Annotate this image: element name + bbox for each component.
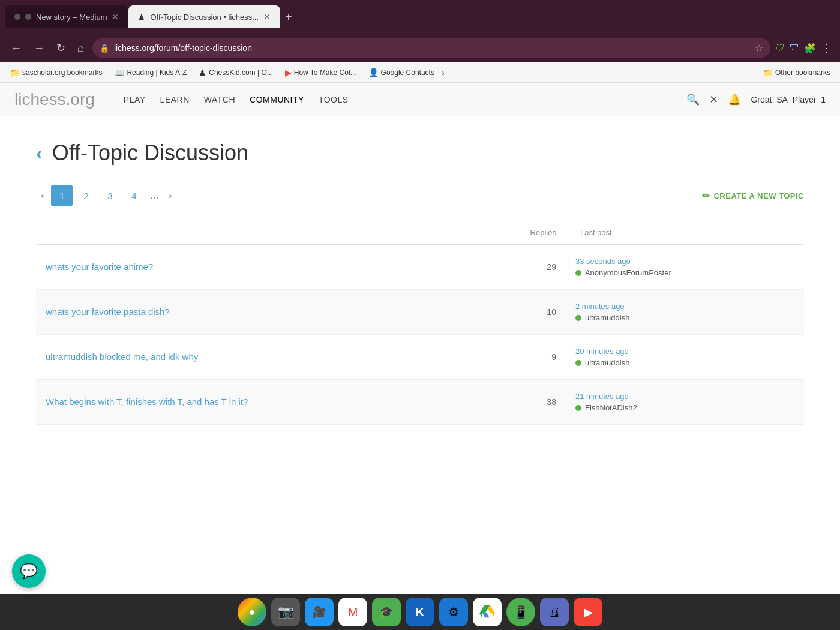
tab-lichess[interactable]: ♟ Off-Topic Discussion • lichess... ✕ — [128, 5, 280, 28]
page-3-button[interactable]: 3 — [99, 185, 121, 206]
topic-link-topic-blocked[interactable]: ultramuddish blocked me, and idk why — [46, 352, 198, 362]
bookmark-sascholar[interactable]: 📁 sascholar.org bookmarks — [5, 65, 107, 80]
username-topic-blocked: ultramuddish — [585, 358, 629, 367]
home-button[interactable]: ⌂ — [74, 40, 88, 57]
bookmark-star-icon[interactable]: ☆ — [755, 43, 763, 54]
nav-community[interactable]: COMMUNITY — [250, 95, 304, 104]
bell-icon[interactable]: 🔔 — [728, 93, 741, 106]
table-row: ultramuddish blocked me, and idk why 9 2… — [36, 335, 804, 380]
lastpost-cell-topic-pasta: 2 minutes ago ultramuddish — [566, 290, 804, 335]
lastpost-time-topic-anime[interactable]: 33 seconds ago — [575, 257, 794, 266]
taskbar-youtube[interactable]: ▶ — [574, 598, 602, 626]
taskbar-gmail[interactable]: M — [338, 598, 367, 626]
topic-header — [36, 221, 476, 245]
topic-cell-topic-pasta: whats your favorite pasta dish? — [36, 290, 476, 335]
lichess-tld: .org — [66, 90, 95, 109]
nav-watch[interactable]: WATCH — [204, 95, 235, 104]
search-icon[interactable]: 🔍 — [686, 93, 700, 106]
bookmark-other[interactable]: 📁 Other bookmarks — [758, 65, 835, 80]
bookmark-sascholar-icon: 📁 — [10, 68, 20, 77]
browser-menu-button[interactable]: ⋮ — [821, 41, 833, 55]
online-dot-topic-pasta — [575, 315, 581, 321]
lastpost-cell-topic-anime: 33 seconds ago AnonymousForumPoster — [566, 245, 804, 290]
bookmark-googlecontacts-label: Google Contacts — [381, 68, 434, 77]
bookmark-chesskid[interactable]: ♟ ChessKid.com | O... — [194, 65, 277, 80]
taskbar-phone[interactable]: 📱 — [506, 598, 535, 626]
lastpost-header: Last post — [566, 221, 804, 245]
table-header-row: Replies Last post — [36, 221, 804, 245]
lastpost-time-topic-pasta[interactable]: 2 minutes ago — [575, 302, 794, 311]
bookmarks-more-button[interactable]: › — [442, 68, 445, 77]
main-nav: PLAY LEARN WATCH COMMUNITY TOOLS — [124, 95, 349, 104]
bookmark-howtomake-label: How To Make Col... — [294, 68, 356, 77]
forum-title-row: ‹ Off-Topic Discussion — [36, 140, 804, 166]
taskbar-klack[interactable]: K — [406, 598, 434, 626]
lastpost-time-topic-blocked[interactable]: 20 minutes ago — [575, 347, 794, 356]
taskbar-printer[interactable]: 🖨 — [540, 598, 569, 626]
create-topic-button[interactable]: ✏ CREATE A NEW TOPIC — [702, 190, 804, 202]
phone-icon: 📱 — [514, 605, 529, 619]
reload-button[interactable]: ↻ — [53, 39, 69, 57]
tab-medium-close[interactable]: ✕ — [112, 12, 119, 22]
username-topic-riddle: FishNotADish2 — [585, 403, 637, 412]
topic-link-topic-anime[interactable]: whats your favorite anime? — [46, 262, 153, 272]
bookmark-sascholar-label: sascholar.org bookmarks — [22, 68, 102, 77]
tab-lichess-close[interactable]: ✕ — [263, 12, 271, 22]
bookmark-reading-label: Reading | Kids A-Z — [127, 68, 187, 77]
page-4-button[interactable]: 4 — [123, 185, 145, 206]
taskbar-chrome[interactable]: ● — [238, 598, 266, 626]
page-1-button[interactable]: 1 — [51, 185, 73, 206]
bookmark-other-label: Other bookmarks — [775, 68, 830, 77]
tab-medium-dot — [14, 14, 20, 20]
bookmark-other-icon: 📁 — [763, 68, 773, 77]
puzzle-ext-icon[interactable]: 🧩 — [804, 43, 816, 54]
lastpost-time-topic-riddle[interactable]: 21 minutes ago — [575, 392, 794, 401]
topic-link-topic-pasta[interactable]: whats your favorite pasta dish? — [46, 307, 170, 317]
bookmark-contacts-icon: 👤 — [368, 68, 379, 77]
replies-cell-topic-pasta: 10 — [476, 290, 566, 335]
nav-play[interactable]: PLAY — [124, 95, 146, 104]
username-button[interactable]: Great_SA_Player_1 — [751, 95, 826, 104]
tab-medium[interactable]: New story – Medium ✕ — [5, 5, 128, 28]
close-icon[interactable]: ✕ — [709, 93, 718, 106]
replies-cell-topic-anime: 29 — [476, 245, 566, 290]
bookmarks-bar: 📁 sascholar.org bookmarks 📖 Reading | Ki… — [0, 62, 840, 83]
pagination-next[interactable]: › — [164, 188, 176, 203]
replies-header: Replies — [476, 221, 566, 245]
topic-link-topic-riddle[interactable]: What begins with T, finishes with T, and… — [46, 397, 248, 407]
lichess-logo-text: lichess — [14, 90, 66, 109]
taskbar-drive[interactable] — [473, 598, 502, 626]
chat-bubble-button[interactable]: 💬 — [12, 554, 46, 588]
settings-icon: ⚙ — [448, 605, 459, 619]
chrome-icon: ● — [249, 606, 256, 619]
lastpost-user-topic-anime: AnonymousForumPoster — [575, 268, 794, 277]
forward-button[interactable]: → — [30, 40, 48, 57]
shield-ext-icon[interactable]: 🛡 — [775, 43, 785, 53]
replies-cell-topic-blocked: 9 — [476, 335, 566, 380]
taskbar: ● 📷 🎥 M 🎓 K ⚙ 📱 🖨 ▶ — [0, 594, 840, 630]
address-bar-input[interactable]: 🔒 lichess.org/forum/off-topic-discussion… — [92, 38, 770, 58]
bookmark-howtomake[interactable]: ▶ How To Make Col... — [280, 65, 361, 80]
vpn-ext-icon[interactable]: 🛡 — [790, 43, 799, 53]
taskbar-camera[interactable]: 📷 — [271, 598, 300, 626]
bookmark-reading[interactable]: 📖 Reading | Kids A-Z — [109, 65, 191, 80]
browser-tabs-bar: New story – Medium ✕ ♟ Off-Topic Discuss… — [0, 0, 840, 34]
lock-icon: 🔒 — [100, 44, 109, 53]
lichess-logo[interactable]: lichess.org — [14, 90, 95, 109]
taskbar-zoom[interactable]: 🎥 — [305, 598, 334, 626]
page-2-button[interactable]: 2 — [75, 185, 97, 206]
tab-lichess-label: Off-Topic Discussion • lichess... — [150, 13, 259, 22]
pagination-prev[interactable]: ‹ — [36, 188, 49, 203]
taskbar-classroom[interactable]: 🎓 — [372, 598, 401, 626]
chat-icon: 💬 — [20, 563, 38, 580]
back-button[interactable]: ← — [7, 40, 25, 57]
nav-tools[interactable]: TOOLS — [319, 95, 349, 104]
online-dot-topic-anime — [575, 270, 581, 276]
nav-learn[interactable]: LEARN — [160, 95, 190, 104]
printer-icon: 🖨 — [548, 605, 560, 619]
forum-container: ‹ Off-Topic Discussion ‹ 1 2 3 4 … › ✏ C… — [0, 116, 840, 628]
back-to-forums-button[interactable]: ‹ — [36, 142, 43, 164]
taskbar-settings[interactable]: ⚙ — [439, 598, 468, 626]
bookmark-googlecontacts[interactable]: 👤 Google Contacts — [364, 65, 439, 80]
new-tab-button[interactable]: + — [280, 8, 297, 26]
